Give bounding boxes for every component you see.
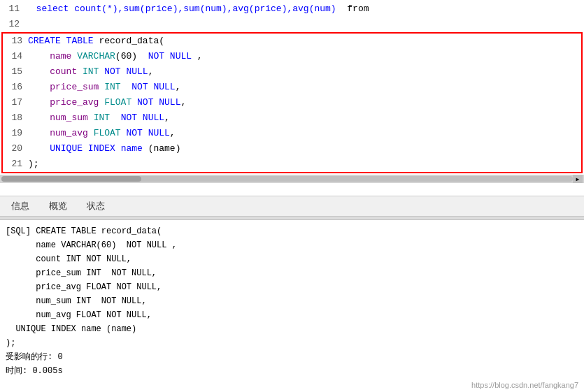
code-line: 15 count INT NOT NULL,: [3, 64, 581, 80]
code-editor: 11 select count(*),sum(price),sum(num),a…: [0, 0, 584, 196]
output-line: price_avg FLOAT NOT NULL,: [6, 280, 578, 294]
line-number: 17: [3, 95, 28, 110]
scrollbar-track: [1, 176, 573, 182]
output-line: num_avg FLOAT NOT NULL,: [6, 308, 578, 322]
line-content: );: [28, 157, 581, 172]
code-line: 18 num_sum INT NOT NULL,: [3, 110, 581, 126]
code-lines: 11 select count(*),sum(price),sum(num),a…: [0, 0, 584, 175]
output-line: count INT NOT NULL,: [6, 252, 578, 266]
code-line: 20 UNIQUE INDEX name (name): [3, 141, 581, 157]
tab-item[interactable]: 信息: [3, 197, 38, 215]
horizontal-scrollbar[interactable]: ▶: [0, 175, 584, 183]
output-line: [SQL] CREATE TABLE record_data(: [6, 224, 578, 238]
tab-item[interactable]: 状态: [78, 197, 113, 215]
highlighted-block: 13CREATE TABLE record_data(14 name VARCH…: [1, 32, 583, 173]
code-line: 13CREATE TABLE record_data(: [3, 34, 581, 49]
tab-bar: 信息概览状态: [0, 196, 584, 217]
line-number: 11: [0, 1, 25, 17]
output-line: num_sum INT NOT NULL,: [6, 294, 578, 308]
code-line: 12: [0, 17, 584, 32]
line-content: name VARCHAR(60) NOT NULL ,: [28, 49, 581, 64]
code-line: 11 select count(*),sum(price),sum(num),a…: [0, 1, 584, 17]
output-line: UNIQUE INDEX name (name): [6, 322, 578, 336]
line-content: num_sum INT NOT NULL,: [28, 110, 581, 126]
tab-item[interactable]: 概览: [41, 197, 76, 215]
output-section: [SQL] CREATE TABLE record_data( name VAR…: [0, 219, 584, 392]
line-content: num_avg FLOAT NOT NULL,: [28, 126, 581, 141]
output-line: 受影响的行: 0: [6, 350, 578, 364]
line-number: 14: [3, 49, 28, 64]
line-number: 16: [3, 80, 28, 95]
code-line: 21);: [3, 157, 581, 172]
line-content: price_avg FLOAT NOT NULL,: [28, 95, 581, 110]
line-content: count INT NOT NULL,: [28, 64, 581, 80]
output-line: );: [6, 336, 578, 350]
code-line: 17 price_avg FLOAT NOT NULL,: [3, 95, 581, 110]
line-number: 13: [3, 34, 28, 49]
line-number: 19: [3, 126, 28, 141]
output-line: name VARCHAR(60) NOT NULL ,: [6, 238, 578, 252]
line-number: 18: [3, 110, 28, 126]
watermark: https://blog.csdn.net/fangkang7: [471, 381, 578, 389]
line-number: 21: [3, 157, 28, 172]
line-content: price_sum INT NOT NULL,: [28, 80, 581, 95]
line-number: 20: [3, 141, 28, 157]
code-line: 14 name VARCHAR(60) NOT NULL ,: [3, 49, 581, 64]
code-line: 16 price_sum INT NOT NULL,: [3, 80, 581, 95]
code-line: 19 num_avg FLOAT NOT NULL,: [3, 126, 581, 141]
line-content: UNIQUE INDEX name (name): [28, 141, 581, 157]
line-number: 12: [0, 17, 25, 32]
output-line: price_sum INT NOT NULL,: [6, 266, 578, 280]
line-content: select count(*),sum(price),sum(num),avg(…: [25, 1, 584, 17]
line-content: [25, 17, 584, 32]
scrollbar-thumb[interactable]: [1, 176, 141, 182]
line-content: CREATE TABLE record_data(: [28, 34, 581, 49]
line-number: 15: [3, 64, 28, 80]
scroll-right-button[interactable]: ▶: [573, 175, 583, 183]
output-line: 时间: 0.005s: [6, 364, 578, 378]
